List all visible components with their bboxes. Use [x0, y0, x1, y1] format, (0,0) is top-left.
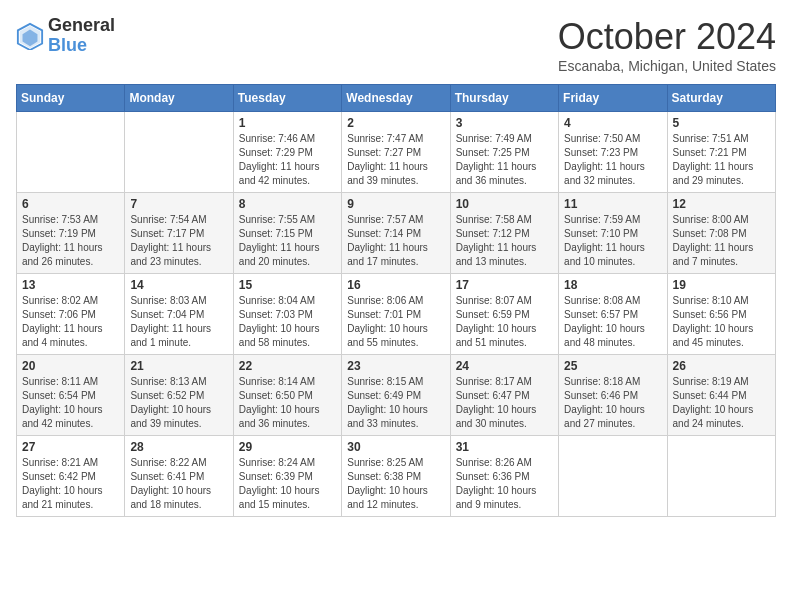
day-cell: 4Sunrise: 7:50 AMSunset: 7:23 PMDaylight… [559, 112, 667, 193]
day-info: Sunrise: 8:15 AMSunset: 6:49 PMDaylight:… [347, 375, 444, 431]
day-number: 12 [673, 197, 770, 211]
day-number: 26 [673, 359, 770, 373]
day-cell [125, 112, 233, 193]
day-cell: 11Sunrise: 7:59 AMSunset: 7:10 PMDayligh… [559, 193, 667, 274]
day-info: Sunrise: 8:00 AMSunset: 7:08 PMDaylight:… [673, 213, 770, 269]
day-info: Sunrise: 8:13 AMSunset: 6:52 PMDaylight:… [130, 375, 227, 431]
day-cell: 24Sunrise: 8:17 AMSunset: 6:47 PMDayligh… [450, 355, 558, 436]
day-info: Sunrise: 7:51 AMSunset: 7:21 PMDaylight:… [673, 132, 770, 188]
day-cell: 17Sunrise: 8:07 AMSunset: 6:59 PMDayligh… [450, 274, 558, 355]
day-info: Sunrise: 8:02 AMSunset: 7:06 PMDaylight:… [22, 294, 119, 350]
day-number: 27 [22, 440, 119, 454]
location-subtitle: Escanaba, Michigan, United States [558, 58, 776, 74]
day-info: Sunrise: 7:57 AMSunset: 7:14 PMDaylight:… [347, 213, 444, 269]
day-info: Sunrise: 8:14 AMSunset: 6:50 PMDaylight:… [239, 375, 336, 431]
day-cell [667, 436, 775, 517]
day-number: 6 [22, 197, 119, 211]
day-info: Sunrise: 7:59 AMSunset: 7:10 PMDaylight:… [564, 213, 661, 269]
day-cell: 12Sunrise: 8:00 AMSunset: 7:08 PMDayligh… [667, 193, 775, 274]
column-header-wednesday: Wednesday [342, 85, 450, 112]
day-number: 5 [673, 116, 770, 130]
column-header-friday: Friday [559, 85, 667, 112]
day-cell: 6Sunrise: 7:53 AMSunset: 7:19 PMDaylight… [17, 193, 125, 274]
day-number: 28 [130, 440, 227, 454]
day-cell: 7Sunrise: 7:54 AMSunset: 7:17 PMDaylight… [125, 193, 233, 274]
day-number: 8 [239, 197, 336, 211]
day-info: Sunrise: 8:19 AMSunset: 6:44 PMDaylight:… [673, 375, 770, 431]
column-header-sunday: Sunday [17, 85, 125, 112]
day-number: 10 [456, 197, 553, 211]
day-number: 14 [130, 278, 227, 292]
day-number: 23 [347, 359, 444, 373]
day-info: Sunrise: 8:17 AMSunset: 6:47 PMDaylight:… [456, 375, 553, 431]
day-headers-row: SundayMondayTuesdayWednesdayThursdayFrid… [17, 85, 776, 112]
day-info: Sunrise: 7:58 AMSunset: 7:12 PMDaylight:… [456, 213, 553, 269]
column-header-saturday: Saturday [667, 85, 775, 112]
day-info: Sunrise: 8:06 AMSunset: 7:01 PMDaylight:… [347, 294, 444, 350]
day-info: Sunrise: 7:49 AMSunset: 7:25 PMDaylight:… [456, 132, 553, 188]
day-info: Sunrise: 7:47 AMSunset: 7:27 PMDaylight:… [347, 132, 444, 188]
day-info: Sunrise: 8:07 AMSunset: 6:59 PMDaylight:… [456, 294, 553, 350]
day-number: 2 [347, 116, 444, 130]
day-number: 16 [347, 278, 444, 292]
day-info: Sunrise: 8:08 AMSunset: 6:57 PMDaylight:… [564, 294, 661, 350]
day-cell: 14Sunrise: 8:03 AMSunset: 7:04 PMDayligh… [125, 274, 233, 355]
day-info: Sunrise: 8:04 AMSunset: 7:03 PMDaylight:… [239, 294, 336, 350]
day-info: Sunrise: 8:25 AMSunset: 6:38 PMDaylight:… [347, 456, 444, 512]
day-info: Sunrise: 7:53 AMSunset: 7:19 PMDaylight:… [22, 213, 119, 269]
day-cell: 15Sunrise: 8:04 AMSunset: 7:03 PMDayligh… [233, 274, 341, 355]
week-row-3: 13Sunrise: 8:02 AMSunset: 7:06 PMDayligh… [17, 274, 776, 355]
day-info: Sunrise: 7:54 AMSunset: 7:17 PMDaylight:… [130, 213, 227, 269]
day-number: 25 [564, 359, 661, 373]
day-cell: 20Sunrise: 8:11 AMSunset: 6:54 PMDayligh… [17, 355, 125, 436]
day-number: 18 [564, 278, 661, 292]
day-info: Sunrise: 8:11 AMSunset: 6:54 PMDaylight:… [22, 375, 119, 431]
day-cell: 2Sunrise: 7:47 AMSunset: 7:27 PMDaylight… [342, 112, 450, 193]
day-cell: 30Sunrise: 8:25 AMSunset: 6:38 PMDayligh… [342, 436, 450, 517]
column-header-tuesday: Tuesday [233, 85, 341, 112]
day-cell [17, 112, 125, 193]
day-cell: 22Sunrise: 8:14 AMSunset: 6:50 PMDayligh… [233, 355, 341, 436]
month-title: October 2024 [558, 16, 776, 58]
day-number: 13 [22, 278, 119, 292]
day-number: 17 [456, 278, 553, 292]
day-cell: 1Sunrise: 7:46 AMSunset: 7:29 PMDaylight… [233, 112, 341, 193]
day-cell [559, 436, 667, 517]
day-number: 19 [673, 278, 770, 292]
day-cell: 29Sunrise: 8:24 AMSunset: 6:39 PMDayligh… [233, 436, 341, 517]
page-header: General Blue October 2024 Escanaba, Mich… [16, 16, 776, 74]
day-number: 15 [239, 278, 336, 292]
day-cell: 16Sunrise: 8:06 AMSunset: 7:01 PMDayligh… [342, 274, 450, 355]
day-cell: 28Sunrise: 8:22 AMSunset: 6:41 PMDayligh… [125, 436, 233, 517]
day-cell: 26Sunrise: 8:19 AMSunset: 6:44 PMDayligh… [667, 355, 775, 436]
day-cell: 23Sunrise: 8:15 AMSunset: 6:49 PMDayligh… [342, 355, 450, 436]
day-number: 20 [22, 359, 119, 373]
column-header-monday: Monday [125, 85, 233, 112]
calendar-table: SundayMondayTuesdayWednesdayThursdayFrid… [16, 84, 776, 517]
day-info: Sunrise: 8:18 AMSunset: 6:46 PMDaylight:… [564, 375, 661, 431]
week-row-1: 1Sunrise: 7:46 AMSunset: 7:29 PMDaylight… [17, 112, 776, 193]
day-cell: 8Sunrise: 7:55 AMSunset: 7:15 PMDaylight… [233, 193, 341, 274]
day-number: 7 [130, 197, 227, 211]
day-cell: 3Sunrise: 7:49 AMSunset: 7:25 PMDaylight… [450, 112, 558, 193]
logo-text: General Blue [48, 16, 115, 56]
day-cell: 18Sunrise: 8:08 AMSunset: 6:57 PMDayligh… [559, 274, 667, 355]
day-info: Sunrise: 7:55 AMSunset: 7:15 PMDaylight:… [239, 213, 336, 269]
day-number: 21 [130, 359, 227, 373]
logo: General Blue [16, 16, 115, 56]
day-number: 9 [347, 197, 444, 211]
day-info: Sunrise: 8:03 AMSunset: 7:04 PMDaylight:… [130, 294, 227, 350]
column-header-thursday: Thursday [450, 85, 558, 112]
day-number: 22 [239, 359, 336, 373]
day-cell: 10Sunrise: 7:58 AMSunset: 7:12 PMDayligh… [450, 193, 558, 274]
day-cell: 19Sunrise: 8:10 AMSunset: 6:56 PMDayligh… [667, 274, 775, 355]
title-block: October 2024 Escanaba, Michigan, United … [558, 16, 776, 74]
day-cell: 31Sunrise: 8:26 AMSunset: 6:36 PMDayligh… [450, 436, 558, 517]
day-number: 1 [239, 116, 336, 130]
day-info: Sunrise: 8:24 AMSunset: 6:39 PMDaylight:… [239, 456, 336, 512]
week-row-2: 6Sunrise: 7:53 AMSunset: 7:19 PMDaylight… [17, 193, 776, 274]
week-row-4: 20Sunrise: 8:11 AMSunset: 6:54 PMDayligh… [17, 355, 776, 436]
logo-icon [16, 22, 44, 50]
week-row-5: 27Sunrise: 8:21 AMSunset: 6:42 PMDayligh… [17, 436, 776, 517]
day-info: Sunrise: 8:22 AMSunset: 6:41 PMDaylight:… [130, 456, 227, 512]
